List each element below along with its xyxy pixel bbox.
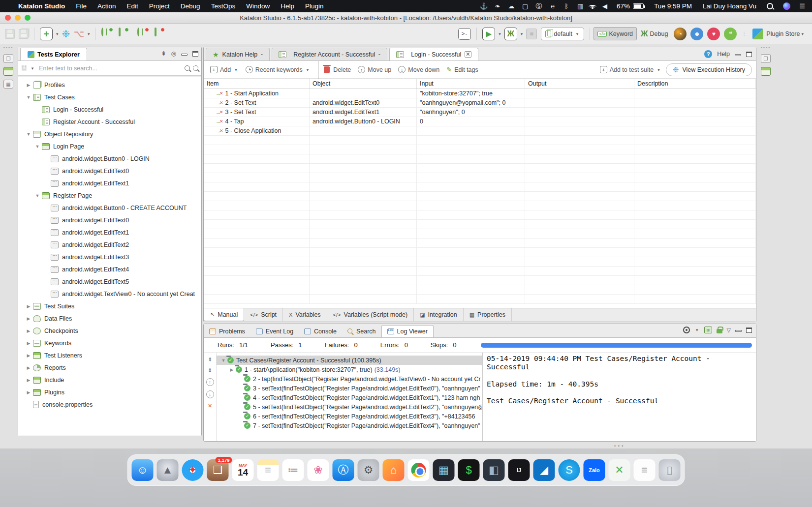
editor-mode-tab[interactable]: ▦ Properties [464,308,512,321]
trash-icon[interactable]: ▯ [659,459,681,481]
skype-icon[interactable]: Ⓢ [533,2,545,11]
editor-tab[interactable]: Login - Successful ✕ [389,48,478,60]
log-tree-row[interactable]: ▼ ✓ Test Cases/Register Account - Succes… [217,356,482,365]
save-icon[interactable] [5,29,15,39]
maximize-console-icon[interactable] [746,328,752,333]
table-column-header[interactable]: Description [634,79,756,89]
log-tree-row[interactable]: ✓ 2 - tap(findTestObject("Register Page/… [217,374,482,384]
menubar-clock[interactable]: Tue 9:59 PM [650,2,696,10]
tree-expander-icon[interactable]: ▶ [24,83,33,88]
tree-item[interactable]: android.widget.Button0 - LOGIN [18,152,201,165]
safari-icon[interactable]: ✦ [182,459,204,481]
settings-icon[interactable]: ⚙ [358,459,379,481]
log-expander-icon[interactable]: ▶ [228,367,236,372]
tree-item[interactable]: ▶ Data Files [18,312,201,325]
minimize-editor-icon[interactable] [735,54,741,56]
tab-close-icon[interactable] [261,54,263,55]
menubar-item[interactable]: Edit [122,2,144,10]
tree-expander-icon[interactable]: ▼ [24,95,33,100]
previous-failure-icon[interactable]: ↑ [206,378,214,386]
spy-web-icon[interactable] [137,29,148,39]
scroll-lock-icon[interactable] [717,329,722,333]
keyword-toggle-button[interactable]: </> Keyword [593,27,637,40]
calendar-icon[interactable]: MAY 14 [232,459,254,481]
view-caret-icon[interactable]: ▾ [696,328,698,332]
tree-item[interactable]: android.widget.EditText2 [18,239,201,251]
katalon-icon[interactable]: ✕ [609,459,630,481]
debug-caret-icon[interactable]: ▾ [521,31,523,36]
table-column-header[interactable]: Item [204,79,310,89]
save-all-icon[interactable] [19,29,29,39]
run-button[interactable]: ▶ [482,28,495,40]
reminders-icon[interactable]: ≔ [282,459,304,481]
editor-mode-tab[interactable]: ◪ Integration [414,308,463,321]
log-tree-row[interactable]: ✓ 3 - setText(findTestObject("Register P… [217,384,482,393]
add-to-test-suite-button[interactable]: +Add to test suite▾ [597,66,664,73]
tree-item[interactable]: android.widget.Button0 - CREATE ACCOUNT [18,202,201,214]
view-menu-icon[interactable]: ▽ [727,327,731,333]
tree-item[interactable]: ▼ Object Repository [18,128,201,140]
notification-center-icon[interactable]: ☰ [796,2,808,10]
bluetooth-icon[interactable]: ᛒ [561,2,572,10]
keyboard-icon[interactable]: ▥ [574,2,586,10]
show-failures-only-icon[interactable]: ✕ [208,403,212,409]
home-icon[interactable]: ⌂ [383,459,405,481]
display-icon[interactable]: ▢ [519,2,531,10]
tree-item[interactable]: android.widget.EditText0 [18,214,201,226]
table-column-header[interactable]: Object [310,79,417,89]
log-expander-icon[interactable]: ▼ [219,358,227,363]
search-icon[interactable] [185,65,190,71]
tree-item[interactable]: ▼ Login Page [18,140,201,152]
tree-item[interactable]: ▶ Plugins [18,386,201,398]
intellij-icon[interactable]: IJ [508,459,530,481]
profile-selector[interactable]: default ▾ [541,28,584,40]
database-tool-icon[interactable]: ▦ [433,459,455,481]
table-column-header[interactable]: Input [417,79,525,89]
console-tab[interactable]: Problems [204,325,250,337]
restore-panel-icon[interactable]: ❐ [3,54,13,63]
log-tree-row[interactable]: ✓ 4 - setText(findTestObject("Register P… [217,393,482,402]
help-icon[interactable]: ? [704,50,712,58]
zalo-icon[interactable]: Zalo [584,459,605,481]
collapse-all-icon[interactable]: ⇞ [208,357,212,363]
recent-keywords-button[interactable]: Recent keywords▾ [243,66,312,73]
menubar-item[interactable]: Project [144,2,175,10]
log-tree-row[interactable]: ✓ 6 - setText(findTestObject("Register P… [217,412,482,421]
new-item-button[interactable]: + [40,28,53,40]
console-tab[interactable]: Log Viewer [381,325,434,337]
plugin-store-button[interactable]: Plugin Store ▾ [752,29,805,39]
tree-item[interactable]: ▶ Profiles [18,79,201,91]
menubar-user[interactable]: Lai Duy Hoang Vu [698,2,761,10]
move-down-button[interactable]: ↓Move down [396,66,442,73]
menubar-item[interactable]: Action [92,2,122,10]
shortcut-icon[interactable]: ❧ [492,2,503,10]
forum-icon[interactable]: ☻ [690,28,703,40]
tree-expander-icon[interactable]: ▶ [24,390,33,395]
stop-button[interactable]: ■ [526,29,537,39]
record-mobile-icon[interactable] [117,29,128,39]
wifi-icon[interactable] [588,3,597,10]
new-item-caret-icon[interactable]: ▾ [56,31,59,36]
job-progress-icon[interactable] [761,67,771,76]
console-launcher-icon[interactable]: >- [458,28,471,40]
run-caret-icon[interactable]: ▾ [499,31,501,36]
tab-close-icon[interactable]: ✕ [465,51,471,58]
skype-icon[interactable]: S [559,459,580,481]
git-caret-icon[interactable]: ▾ [88,31,90,36]
console-tab[interactable]: Console [299,325,342,337]
tree-expander-icon[interactable]: ▼ [24,132,33,137]
log-tree-row[interactable]: ✓ 5 - setText(findTestObject("Register P… [217,402,482,412]
tree-expander-icon[interactable]: ▶ [24,353,33,358]
tree-item[interactable]: Login - Successful [18,103,201,116]
community-icon[interactable]: ◔ [674,28,687,40]
tree-item[interactable]: android.widget.EditText1 [18,177,201,189]
menubar-item[interactable]: Debug [175,2,206,10]
chrome-icon[interactable] [408,459,430,481]
tree-item[interactable]: android.widget.TextView0 - No account ye… [18,288,201,300]
menubar-item[interactable]: TestOps [206,2,241,10]
table-column-header[interactable]: Output [525,79,634,89]
tree-item[interactable]: android.widget.EditText3 [18,251,201,263]
view-execution-history-button[interactable]: ❉ View Execution History [666,63,752,76]
console-tab[interactable]: Search [342,325,381,337]
chat-icon[interactable]: ❝ [724,28,737,40]
